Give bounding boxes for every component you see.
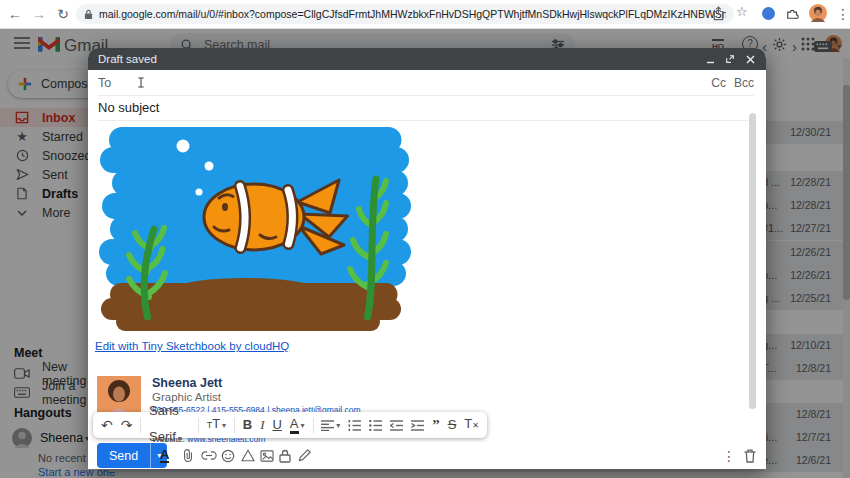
fish-sketch-image	[95, 123, 420, 335]
underline-icon[interactable]: U	[272, 412, 281, 438]
compose-title: Draft saved	[98, 53, 702, 65]
insert-photo-icon[interactable]	[260, 442, 274, 469]
browser-refresh-icon[interactable]: ↻	[54, 0, 72, 28]
browser-back-icon[interactable]: ←	[6, 0, 24, 28]
extension-dot-icon[interactable]	[762, 7, 775, 20]
site-lock-icon	[84, 9, 93, 20]
numbered-list-icon[interactable]	[348, 420, 361, 431]
align-icon[interactable]: ▾	[321, 420, 340, 431]
bookmark-star-icon[interactable]: ☆	[736, 4, 748, 19]
send-button[interactable]: Send ▾	[97, 443, 167, 468]
more-options-icon[interactable]: ⋮	[722, 442, 736, 469]
signature-photo	[97, 376, 141, 416]
to-input[interactable]	[145, 75, 711, 91]
edit-sketch-link[interactable]: Edit with Tiny Sketchbook by cloudHQ	[95, 340, 289, 352]
subject-field-row[interactable]: No subject	[98, 95, 754, 121]
share-icon[interactable]	[712, 6, 725, 21]
formatting-options-icon[interactable]: A	[160, 442, 169, 469]
browser-menu-icon[interactable]: ⋮	[834, 0, 850, 28]
insert-drive-icon[interactable]	[241, 442, 255, 469]
undo-icon[interactable]: ↶	[101, 412, 113, 438]
compose-titlebar[interactable]: Draft saved	[88, 48, 766, 70]
remove-formatting-icon[interactable]: T✕	[464, 411, 479, 439]
signature-name: Sheena Jett	[152, 376, 222, 390]
indent-more-icon[interactable]	[411, 420, 424, 431]
browser-toolbar: ← → ↻ mail.google.com/mail/u/0/#inbox?co…	[0, 0, 850, 29]
screen: ← → ↻ mail.google.com/mail/u/0/#inbox?co…	[0, 0, 850, 478]
bulleted-list-icon[interactable]	[369, 420, 382, 431]
text-cursor-icon	[137, 77, 145, 88]
redo-icon[interactable]: ↷	[121, 412, 133, 438]
bcc-button[interactable]: Bcc	[734, 76, 754, 90]
quote-icon[interactable]: ”	[432, 412, 440, 438]
compose-window: Draft saved To Cc Bcc No subject	[88, 48, 766, 469]
send-label: Send	[97, 443, 150, 468]
insert-link-icon[interactable]	[201, 442, 217, 469]
to-label: To	[98, 76, 111, 90]
discard-draft-icon[interactable]	[744, 442, 756, 469]
to-field-row[interactable]: To Cc Bcc	[98, 70, 754, 96]
text-color-icon[interactable]: A▾	[290, 411, 305, 439]
extensions-puzzle-icon[interactable]	[786, 6, 800, 20]
formatting-toolbar: ↶ ↷ Sans Serif▾ TT▾ B I U A▾ ▾	[93, 412, 487, 438]
browser-avatar[interactable]	[809, 4, 827, 22]
indent-less-icon[interactable]	[390, 420, 403, 431]
compose-action-bar: Send ▾ A	[88, 442, 766, 469]
minimize-icon[interactable]	[702, 51, 718, 67]
cc-button[interactable]: Cc	[711, 76, 726, 90]
browser-forward-icon[interactable]: →	[30, 0, 48, 28]
font-size-select[interactable]: TT▾	[207, 411, 226, 439]
subject-text: No subject	[98, 100, 159, 115]
close-icon[interactable]	[742, 51, 758, 67]
compose-scrollbar-thumb[interactable]	[749, 113, 756, 409]
attach-file-icon[interactable]	[182, 442, 194, 469]
italic-icon[interactable]: I	[260, 412, 264, 438]
popout-icon[interactable]	[722, 51, 738, 67]
address-bar[interactable]: mail.google.com/mail/u/0/#inbox?compose=…	[76, 4, 734, 24]
insert-emoji-icon[interactable]	[221, 442, 235, 469]
insert-signature-icon[interactable]	[298, 442, 311, 469]
confidential-mode-icon[interactable]	[279, 442, 291, 469]
bold-icon[interactable]: B	[243, 412, 252, 438]
strikethrough-icon[interactable]: S	[448, 412, 457, 438]
url-text: mail.google.com/mail/u/0/#inbox?compose=…	[99, 8, 726, 20]
